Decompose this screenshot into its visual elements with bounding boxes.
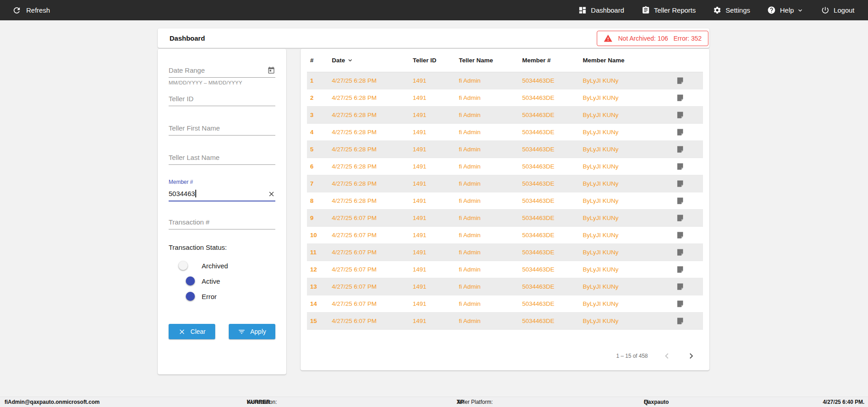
- note-icon[interactable]: [676, 214, 703, 222]
- transactions-table: # Date Teller ID Teller Name Member # Me…: [301, 49, 709, 370]
- note-icon[interactable]: [676, 76, 703, 85]
- filter-panel: MM/DD/YYYY – MM/DD/YYYY Member # 5034463: [158, 49, 286, 374]
- note-icon[interactable]: [676, 111, 703, 119]
- platform-value: XP: [457, 397, 464, 407]
- row-member-number: 5034463DE: [522, 197, 583, 204]
- row-date: 4/27/25 6:07 PM: [332, 318, 413, 324]
- note-icon[interactable]: [676, 145, 703, 154]
- table-row[interactable]: 11 4/27/25 6:07 PM 1491 fi Admin 5034463…: [307, 244, 703, 261]
- row-teller-id: 1491: [413, 94, 459, 101]
- status-datetime: 4/27/25 6:40 PM.: [823, 397, 864, 407]
- row-number: 8: [310, 197, 332, 204]
- teller-id-input[interactable]: [169, 95, 275, 106]
- note-icon[interactable]: [676, 162, 703, 171]
- toggle-error-label: Error: [202, 293, 217, 300]
- row-member-name: ByLyJI KUNy: [583, 232, 676, 239]
- note-icon[interactable]: [676, 179, 703, 188]
- column-teller-id: Teller ID: [413, 57, 459, 64]
- alert-badge: Not Archived: 106 Error: 352: [597, 31, 708, 46]
- nav-settings[interactable]: Settings: [713, 6, 750, 14]
- note-icon[interactable]: [676, 317, 703, 325]
- row-number: 3: [310, 112, 332, 118]
- table-row[interactable]: 12 4/27/25 6:07 PM 1491 fi Admin 5034463…: [307, 261, 703, 278]
- top-navbar: Refresh Dashboard Teller Reports Setting…: [0, 0, 868, 20]
- row-teller-name: fi Admin: [459, 94, 522, 101]
- table-row[interactable]: 6 4/27/25 6:28 PM 1491 fi Admin 5034463D…: [307, 158, 703, 175]
- column-num: #: [310, 57, 332, 64]
- table-row[interactable]: 9 4/27/25 6:07 PM 1491 fi Admin 5034463D…: [307, 210, 703, 227]
- row-date: 4/27/25 6:28 PM: [332, 77, 413, 84]
- apply-button[interactable]: Apply: [229, 324, 275, 339]
- table-row[interactable]: 2 4/27/25 6:28 PM 1491 fi Admin 5034463D…: [307, 89, 703, 107]
- row-teller-id: 1491: [413, 300, 459, 307]
- row-teller-name: fi Admin: [459, 163, 522, 170]
- user-email: fiAdmin@qaxpauto.onmicrosoft.com: [5, 397, 99, 407]
- table-row[interactable]: 5 4/27/25 6:28 PM 1491 fi Admin 5034463D…: [307, 141, 703, 158]
- nav-teller-reports[interactable]: Teller Reports: [642, 6, 696, 14]
- date-range-input[interactable]: [169, 66, 267, 77]
- table-row[interactable]: 4 4/27/25 6:28 PM 1491 fi Admin 5034463D…: [307, 124, 703, 141]
- teller-first-name-input[interactable]: [169, 124, 275, 135]
- row-member-name: ByLyJI KUNy: [583, 318, 676, 324]
- table-row[interactable]: 8 4/27/25 6:28 PM 1491 fi Admin 5034463D…: [307, 192, 703, 210]
- toggle-active-label: Active: [202, 277, 220, 285]
- toggle-error[interactable]: Error: [179, 289, 275, 304]
- note-icon[interactable]: [676, 196, 703, 205]
- table-row[interactable]: 1 4/27/25 6:28 PM 1491 fi Admin 5034463D…: [307, 72, 703, 89]
- table-row[interactable]: 15 4/27/25 6:07 PM 1491 fi Admin 5034463…: [307, 313, 703, 330]
- nav-help[interactable]: Help: [767, 6, 804, 14]
- status-bar: fiAdmin@qaxpauto.onmicrosoft.com Worksta…: [0, 397, 868, 407]
- row-teller-name: fi Admin: [459, 180, 522, 187]
- note-icon[interactable]: [676, 299, 703, 308]
- teller-id-field: [169, 91, 275, 106]
- row-member-number: 5034463DE: [522, 94, 583, 101]
- row-teller-name: fi Admin: [459, 300, 522, 307]
- row-number: 4: [310, 129, 332, 136]
- member-number-input[interactable]: 5034463: [169, 186, 275, 201]
- toggle-archived[interactable]: Archived: [179, 258, 275, 273]
- calendar-icon[interactable]: [267, 66, 275, 75]
- next-page-button[interactable]: [686, 351, 697, 361]
- refresh-button[interactable]: Refresh: [12, 6, 50, 15]
- transaction-number-input[interactable]: [169, 218, 275, 229]
- note-icon[interactable]: [676, 248, 703, 257]
- table-row[interactable]: 14 4/27/25 6:07 PM 1491 fi Admin 5034463…: [307, 295, 703, 313]
- previous-page-button[interactable]: [661, 351, 672, 361]
- pagination-range: 1 – 15 of 458: [616, 353, 648, 359]
- note-icon[interactable]: [676, 128, 703, 136]
- header-card: Dashboard Not Archived: 106 Error: 352: [158, 28, 709, 48]
- column-member-number: Member #: [522, 57, 583, 64]
- row-member-name: ByLyJI KUNy: [583, 266, 676, 273]
- table-row[interactable]: 7 4/27/25 6:28 PM 1491 fi Admin 5034463D…: [307, 175, 703, 192]
- dashboard-icon: [578, 6, 587, 14]
- nav-logout[interactable]: Logout: [821, 6, 854, 14]
- filter-icon: [238, 328, 245, 336]
- note-icon[interactable]: [676, 94, 703, 102]
- table-row[interactable]: 3 4/27/25 6:28 PM 1491 fi Admin 5034463D…: [307, 107, 703, 124]
- member-number-field: Member # 5034463: [169, 179, 275, 201]
- row-number: 12: [310, 266, 332, 273]
- row-date: 4/27/25 6:28 PM: [332, 94, 413, 101]
- row-date: 4/27/25 6:28 PM: [332, 146, 413, 153]
- clear-button[interactable]: Clear: [169, 324, 215, 339]
- row-teller-id: 1491: [413, 249, 459, 256]
- teller-last-name-input[interactable]: [169, 154, 275, 164]
- row-member-number: 5034463DE: [522, 146, 583, 153]
- row-date: 4/27/25 6:28 PM: [332, 180, 413, 187]
- row-member-number: 5034463DE: [522, 180, 583, 187]
- nav-dashboard[interactable]: Dashboard: [578, 6, 624, 14]
- nav-help-label: Help: [780, 6, 794, 14]
- clear-field-icon[interactable]: [268, 190, 275, 198]
- row-member-name: ByLyJI KUNy: [583, 197, 676, 204]
- table-row[interactable]: 10 4/27/25 6:07 PM 1491 fi Admin 5034463…: [307, 227, 703, 244]
- note-icon[interactable]: [676, 231, 703, 239]
- note-icon[interactable]: [676, 265, 703, 274]
- row-date: 4/27/25 6:07 PM: [332, 232, 413, 239]
- column-date-sort[interactable]: Date: [332, 57, 413, 64]
- toggle-active[interactable]: Active: [179, 273, 275, 289]
- row-teller-name: fi Admin: [459, 146, 522, 153]
- row-teller-id: 1491: [413, 197, 459, 204]
- table-row[interactable]: 13 4/27/25 6:07 PM 1491 fi Admin 5034463…: [307, 278, 703, 295]
- note-icon[interactable]: [676, 282, 703, 291]
- row-teller-name: fi Admin: [459, 129, 522, 136]
